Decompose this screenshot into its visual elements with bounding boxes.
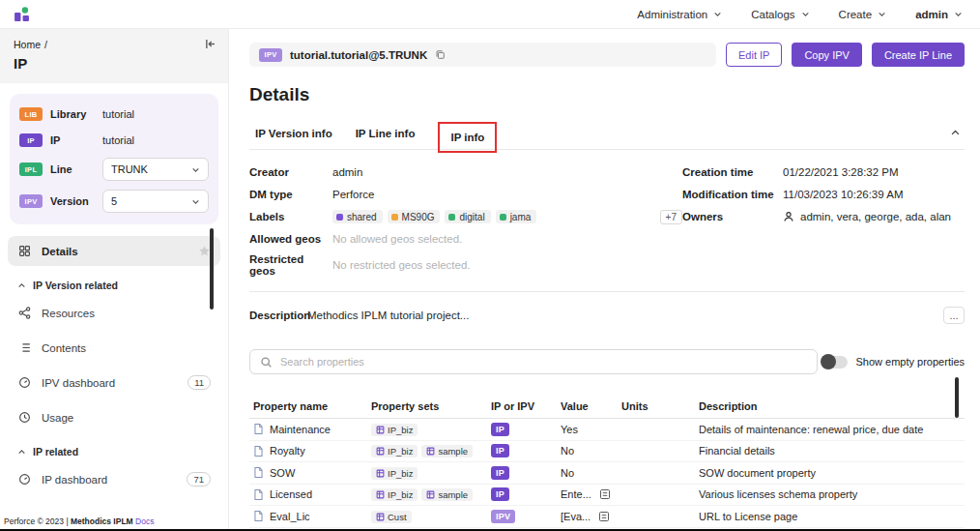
- scope-badge: IP: [491, 487, 509, 501]
- tab-ip-line-info[interactable]: IP Line info: [356, 128, 416, 139]
- document-icon: [253, 510, 264, 522]
- column-header-property-name[interactable]: Property name: [249, 400, 371, 412]
- sidebar-item-usage[interactable]: Usage: [8, 402, 220, 432]
- field-label: Labels: [249, 211, 332, 222]
- property-sets-cell: IP_bizsample: [371, 444, 491, 457]
- docs-link[interactable]: Docs: [135, 516, 154, 526]
- sidebar-item-ip-dashboard[interactable]: IP dashboard 71: [8, 464, 220, 494]
- sidebar-item-resources[interactable]: Resources: [8, 298, 220, 328]
- menu-user-label: admin: [915, 9, 948, 20]
- sidebar-section-label: IP related: [33, 446, 78, 457]
- app-logo[interactable]: [14, 6, 30, 22]
- table-row[interactable]: Eval_Lic Cust IPV [Eva... URL to License…: [249, 506, 965, 528]
- field-value: 01/22/2021 3:28:32 PM: [783, 166, 899, 178]
- ipv-title: tutorial.tutorial@5.TRUNK: [290, 49, 427, 61]
- field-label: Modification time: [682, 189, 783, 200]
- line-select-value: TRUNK: [111, 163, 148, 175]
- section-collapse-chevron[interactable]: [950, 128, 965, 138]
- search-input[interactable]: [280, 356, 807, 368]
- sidebar-section-ip-version-related[interactable]: IP Version related: [8, 271, 220, 298]
- column-header-description[interactable]: Description: [699, 400, 965, 412]
- scope-badge: IP: [491, 444, 509, 457]
- property-set-chip: Cust: [371, 511, 412, 523]
- label-chip-dot: [336, 214, 343, 221]
- field-creator: Creator admin: [249, 164, 682, 180]
- lib-badge: LIB: [19, 107, 43, 121]
- table-row[interactable]: SOW IP_biz IP No SOW document property: [249, 462, 965, 485]
- label-chip: jama: [496, 210, 537, 223]
- version-select[interactable]: 5: [102, 190, 209, 213]
- property-set-icon: [376, 469, 385, 478]
- context-row-ip: IP IP tutorial: [19, 132, 209, 149]
- edit-ip-button[interactable]: Edit IP: [726, 43, 782, 67]
- value-expand-icon[interactable]: [599, 488, 611, 500]
- footer-copyright: Perforce © 2023 |: [4, 516, 71, 526]
- show-empty-toggle[interactable]: [822, 356, 848, 369]
- table-row[interactable]: Maintenance IP_biz IP Yes Details of mai…: [249, 419, 965, 441]
- property-set-chip: IP_biz: [371, 467, 418, 480]
- ipv-title-strip: IPV tutorial.tutorial@5.TRUNK: [249, 43, 716, 67]
- tab-ip-version-info[interactable]: IP Version info: [255, 128, 332, 139]
- label-chip: MS90G: [388, 210, 441, 223]
- description-row: Description Methodics IPLM tutorial proj…: [249, 307, 965, 324]
- property-sets-cell: Cust: [371, 510, 491, 523]
- create-ip-line-button[interactable]: Create IP Line: [872, 43, 965, 67]
- labels-more-chip[interactable]: +7: [660, 210, 682, 224]
- sidebar-item-contents[interactable]: Contents: [8, 333, 220, 363]
- description-text: Details of maintenance: renewal price, d…: [699, 424, 965, 435]
- sidebar-scrollbar-thumb[interactable]: [210, 228, 214, 310]
- line-select[interactable]: TRUNK: [102, 158, 209, 181]
- library-value: tutorial: [102, 108, 134, 120]
- tab-ip-info[interactable]: IP info: [450, 132, 484, 143]
- list-icon: [17, 341, 32, 354]
- column-header-value[interactable]: Value: [561, 400, 621, 412]
- description-label: Description: [249, 310, 307, 321]
- field-value: Perforce: [332, 189, 374, 200]
- details-fields: Creator admin DM type Perforce Labels sh…: [249, 164, 965, 277]
- table-row[interactable]: Licensed IP_bizsample IP Ente... Various…: [249, 485, 965, 507]
- document-icon: [253, 488, 264, 501]
- sidebar-header: Home / IP: [0, 29, 228, 83]
- search-icon: [260, 356, 273, 369]
- copy-ipv-button[interactable]: Copy IPV: [792, 43, 861, 67]
- copy-icon[interactable]: [435, 49, 446, 60]
- value-expand-icon[interactable]: [598, 511, 610, 522]
- fields-left-column: Creator admin DM type Perforce Labels sh…: [249, 164, 682, 277]
- top-navigation: Administration Catalogs Create admin: [637, 9, 963, 20]
- property-set-icon: [376, 490, 385, 499]
- description-text: SOW document property: [699, 467, 965, 479]
- menu-administration[interactable]: Administration: [637, 9, 722, 20]
- sidebar-section-ip-related[interactable]: IP related: [8, 437, 220, 464]
- sidebar-item-details[interactable]: Details: [8, 236, 220, 266]
- chevron-down-icon: [801, 10, 810, 18]
- column-header-ip-or-ipv[interactable]: IP or IPV: [491, 400, 561, 412]
- chevron-down-icon: [713, 10, 722, 18]
- column-header-property-sets[interactable]: Property sets: [371, 400, 491, 412]
- ipv-header-row: IPV tutorial.tutorial@5.TRUNK Edit IP Co…: [249, 43, 965, 67]
- table-scrollbar-thumb[interactable]: [955, 377, 959, 418]
- table-row[interactable]: Royalty IP_bizsample IP No Financial det…: [249, 441, 965, 463]
- sidebar-item-ipv-dashboard[interactable]: IPV dashboard 11: [8, 368, 220, 398]
- value-text: No: [561, 467, 574, 479]
- field-owners: Owners admin, vera, george, ada, alan: [682, 209, 965, 224]
- sidebar-collapse-button[interactable]: [204, 38, 216, 50]
- show-empty-toggle-label: Show empty properties: [856, 356, 966, 368]
- property-set-chip: sample: [421, 445, 473, 457]
- menu-user-admin[interactable]: admin: [915, 9, 963, 20]
- count-badge: 71: [187, 472, 211, 487]
- toggle-knob: [821, 354, 836, 369]
- column-header-units[interactable]: Units: [621, 400, 699, 412]
- menu-create[interactable]: Create: [839, 9, 887, 20]
- chevron-down-icon: [191, 197, 200, 206]
- property-set-chip: sample: [421, 488, 473, 501]
- menu-catalogs[interactable]: Catalogs: [751, 9, 809, 20]
- property-set-icon: [426, 447, 435, 456]
- property-sets-cell: IP_biz: [371, 466, 491, 480]
- breadcrumb: Home /: [14, 38, 216, 50]
- properties-table: Property name Property sets IP or IPV Va…: [249, 394, 965, 528]
- library-label: Library: [50, 108, 95, 120]
- breadcrumb-home[interactable]: Home: [14, 39, 41, 50]
- description-more-button[interactable]: ...: [943, 307, 965, 324]
- property-set-icon: [426, 490, 435, 499]
- chevron-up-icon: [17, 281, 26, 290]
